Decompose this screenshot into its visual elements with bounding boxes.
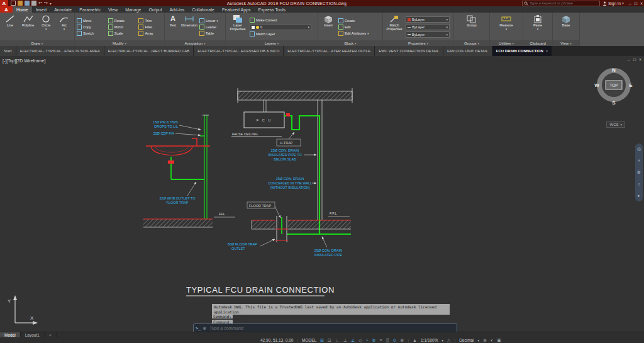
file-tab[interactable]: EWC VENT CONNECTION DETAIL [375,46,443,56]
viewcube[interactable]: N E S W TOP [594,66,634,109]
close-tab-icon[interactable]: × [546,49,548,53]
leader-button[interactable]: Leader [199,25,218,30]
file-tab[interactable]: ELECTRICAL-TYPICAL...ECESSED DB & INCO [194,46,284,56]
annotation-visibility-icon[interactable]: ▲ [413,338,417,342]
layer-dropdown[interactable]: 0 [250,24,311,30]
panel-label-block[interactable]: Block [318,40,382,46]
arc-button[interactable]: Arc▾ [56,14,72,40]
space-indicator[interactable]: MODEL [302,338,316,342]
group-button[interactable]: Group [464,14,480,40]
autocad-logo-icon[interactable]: A [0,0,8,6]
rotate-button[interactable]: Rotate [108,18,134,23]
paste-dropdown-icon[interactable]: ▾ [537,28,539,31]
units-button[interactable]: Decimal [459,338,474,342]
units-dropdown-icon[interactable]: ▾ [478,339,480,342]
steering-wheel-icon[interactable]: ◎ [637,147,641,152]
array-button[interactable]: Array [138,31,162,36]
tab-manage[interactable]: Manage [121,6,145,13]
pan-icon[interactable]: + [638,159,640,163]
scale-button[interactable]: Scale [108,31,134,36]
minimize-button[interactable]: – [629,1,631,6]
doc-minimize-icon[interactable]: – [628,57,630,62]
orbit-icon[interactable]: ○ [638,182,640,186]
fillet-button[interactable]: Fillet [138,25,162,30]
move-button[interactable]: Move [77,18,103,23]
signin-dropdown-icon[interactable]: ▾ [622,1,624,5]
transparency-icon[interactable]: ▒ [386,338,389,342]
lineweight-dropdown[interactable]: ByLayer [406,31,450,38]
infer-constraints-icon[interactable]: ∟ [335,338,340,342]
circle-button[interactable]: Circle▾ [38,14,55,40]
file-tab[interactable]: ELECTRICAL-TYPICAL...IRECT BURRIED CAB [104,46,194,56]
polyline-button[interactable]: Polyline [20,14,36,40]
insert-button[interactable]: Insert [320,14,336,40]
tab-insert[interactable]: Insert [32,6,51,13]
ucs-selector[interactable]: WCS [606,121,625,128]
plot-icon[interactable] [31,1,36,6]
make-current-button[interactable]: Make Current [250,18,311,23]
layer-properties-button[interactable]: Layer Properties [228,14,248,40]
panel-label-draw[interactable]: Draw [0,40,74,46]
selection-cycling-icon[interactable]: ⊗ [401,338,404,342]
drawing-canvas[interactable]: F C U FALSE CEILING U-TRAP 15Ø PW & HWS … [0,56,644,332]
search-input[interactable] [530,1,592,5]
doc-restore-icon[interactable]: □ [633,57,636,62]
zoom-icon[interactable]: ⊕ [637,170,641,175]
file-tab[interactable]: ELECTRICAL- TYPICAL...ETAIL IN SOIL AREA [16,46,104,56]
isodraft-icon[interactable]: ◇ [358,338,362,342]
tab-featured-apps[interactable]: Featured Apps [218,6,255,13]
panel-label-modify[interactable]: Modify [75,40,164,46]
tab-addins[interactable]: Add-ins [165,6,188,13]
signin-button[interactable]: Sign In ▾ [602,1,624,6]
customize-icon[interactable]: ⊛ [203,326,206,331]
file-tab[interactable]: FAN COIL UNIT DETAIL [443,46,492,56]
panel-label-groups[interactable]: Groups [454,40,489,46]
object-snap-tracking-icon[interactable]: + [366,338,369,342]
maximize-button[interactable]: □ [635,1,637,6]
grid-icon[interactable]: ⊞ [320,338,324,342]
linear-button[interactable]: Linear▾ [199,18,218,23]
panel-label-annotation[interactable]: Annotation [165,40,225,46]
tab-express-tools[interactable]: Express Tools [255,6,289,13]
tab-parametric[interactable]: Parametric [75,6,104,13]
polar-tracking-icon[interactable]: ∠ [351,338,355,342]
showmotion-icon[interactable]: ▸ [638,193,640,198]
annotation-scale-dropdown-icon[interactable]: ▾ [442,339,444,342]
panel-label-utilities[interactable]: Utilities [490,40,523,46]
close-button[interactable]: × [640,1,643,6]
mirror-button[interactable]: Mirror [108,25,134,30]
isolate-objects-icon[interactable]: ◐ [491,338,493,342]
tab-annotate[interactable]: Annotate [50,6,75,13]
linear-dropdown-icon[interactable]: ▾ [216,19,218,23]
stretch-button[interactable]: Stretch [77,31,103,36]
base-button[interactable]: Base [558,14,574,40]
measure-button[interactable]: Measure▾ [498,14,514,40]
ortho-icon[interactable]: ⊥ [343,338,347,342]
file-tab-active[interactable]: FCU DRAIN CONNECTION× [492,46,553,56]
paste-button[interactable]: Paste▾ [530,14,546,40]
viewport-controls[interactable]: [-][Top][2D Wireframe] [3,59,45,63]
redo-icon[interactable]: ↪ [44,1,48,6]
autoscale-icon[interactable]: △ [447,338,450,342]
panel-label-clipboard[interactable]: Clipboard [523,40,552,46]
create-block-button[interactable]: Create [338,18,369,23]
edit-block-button[interactable]: Edit [338,25,369,30]
panel-label-layers[interactable]: Layers [226,40,318,46]
edit-attributes-dropdown-icon[interactable]: ▾ [367,31,369,35]
measure-dropdown-icon[interactable]: ▾ [506,28,508,31]
color-dropdown[interactable]: ByLayer [406,16,450,23]
tab-collaborate[interactable]: Collaborate [188,6,218,13]
annotation-scale-button[interactable]: 1:1/100% [421,338,438,342]
linetype-dropdown[interactable]: ByLayer [406,24,450,30]
tab-home[interactable]: Home [13,6,32,13]
lineweight-display-icon[interactable]: ≡ [380,338,382,342]
dynamic-input-icon[interactable]: ⊙ [393,338,397,342]
dimension-button[interactable]: Dimension [181,14,197,40]
match-layer-button[interactable]: Match Layer [250,31,311,37]
file-tab[interactable]: ELECTRICAL-TYPICAL...ATER HEATER OUTLE [284,46,375,56]
trim-button[interactable]: Trim [138,18,162,23]
copy-button[interactable]: Copy [77,25,103,30]
tab-view[interactable]: View [104,6,121,13]
match-properties-button[interactable]: Match Properties [385,14,404,40]
line-button[interactable]: Line [2,14,18,40]
